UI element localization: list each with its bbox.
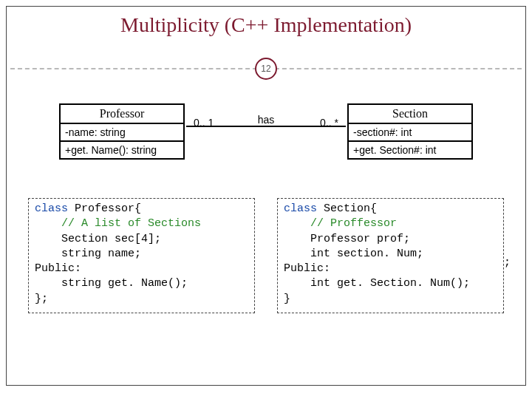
code-comment: // A list of Sections: [61, 217, 201, 230]
code-text: Professor{: [68, 202, 141, 215]
page-number: 12: [261, 64, 270, 74]
code-text: };: [35, 293, 48, 305]
code-text: [284, 217, 310, 230]
uml-attribute: -section#: int: [349, 124, 471, 142]
code-examples: class Professor{ // A list of Sections S…: [0, 198, 532, 313]
code-text: int section. Num;: [284, 248, 423, 260]
title-divider: 12: [10, 58, 522, 80]
multiplicity-left: 0.. 1: [194, 117, 214, 129]
association-label: has: [258, 114, 275, 126]
uml-attribute: -name: string: [61, 124, 183, 142]
uml-operation: +get. Section#: int: [349, 142, 471, 158]
code-text: Section sec[4];: [35, 233, 161, 245]
uml-class-name: Professor: [61, 105, 183, 124]
code-text: string get. Name();: [35, 277, 188, 290]
uml-class-professor: Professor -name: string +get. Name(): st…: [59, 103, 185, 160]
code-keyword: class: [35, 202, 68, 215]
uml-operation: +get. Name(): string: [61, 142, 183, 158]
code-text: int get. Section. Num();: [284, 277, 470, 290]
multiplicity-right: 0.. *: [320, 117, 338, 129]
code-text: Professor prof;: [284, 233, 410, 245]
code-text: string name;: [35, 248, 141, 260]
code-keyword: class: [284, 202, 317, 215]
trailing-semicolon: ;: [504, 256, 511, 270]
code-section: class Section{ // Proffessor Professor p…: [277, 198, 504, 313]
code-comment: // Proffessor: [310, 217, 397, 230]
uml-class-section: Section -section#: int +get. Section#: i…: [347, 103, 473, 160]
page-number-badge: 12: [255, 58, 277, 80]
code-text: Section{: [317, 202, 377, 215]
code-text: [35, 217, 61, 230]
code-professor: class Professor{ // A list of Sections S…: [28, 198, 255, 313]
code-text: Public:: [284, 262, 330, 275]
code-text: Public:: [35, 262, 81, 275]
uml-class-name: Section: [349, 105, 471, 124]
code-text: }: [284, 293, 290, 305]
